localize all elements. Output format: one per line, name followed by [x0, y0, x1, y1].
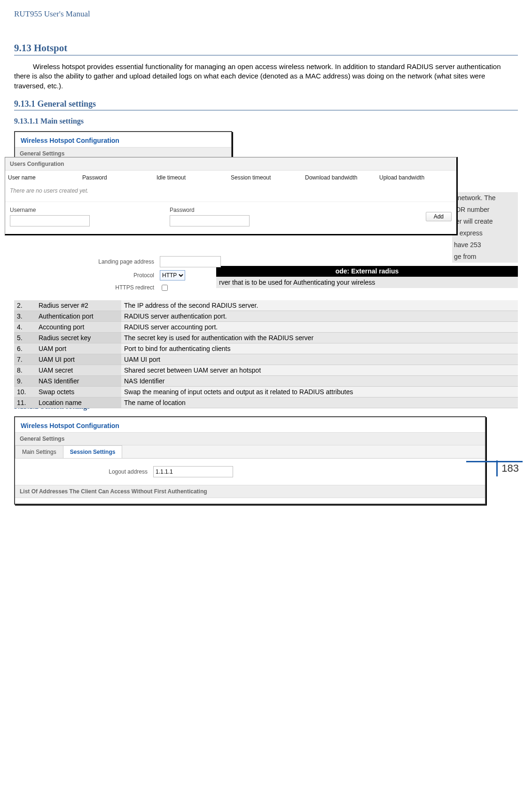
- panel2-sub: General Settings: [15, 432, 485, 445]
- landing-address-input[interactable]: [160, 256, 221, 267]
- landing-address-label: Landing page address: [23, 258, 160, 265]
- add-password-label: Password: [170, 207, 311, 213]
- bg-frag-1: t network. The: [452, 192, 518, 204]
- col-username: User name: [8, 174, 82, 181]
- page-number: 183: [496, 460, 523, 476]
- users-config-header: Users Configuration: [5, 157, 456, 171]
- bg-frag-4: e express: [452, 227, 518, 239]
- tab-session-settings[interactable]: Session Settings: [63, 445, 123, 458]
- protocol-select[interactable]: HTTP: [160, 270, 185, 280]
- client-access-list-header: List Of Addresses The Client Can Access …: [15, 485, 485, 498]
- add-username-label: Username: [10, 207, 151, 213]
- table-row: 6.UAM portPort to bind for authenticatin…: [14, 343, 518, 354]
- bg-frag-3: ter will create: [452, 216, 518, 227]
- logout-address-label: Logout address: [21, 468, 153, 475]
- users-empty-note: There are no users created yet.: [5, 185, 456, 202]
- add-password-input[interactable]: [170, 215, 250, 226]
- table-row: 9.NAS IdentifierNAS Identifier: [14, 375, 518, 386]
- users-table-header: User name Password Idle timeout Session …: [5, 171, 456, 185]
- https-redirect-label: HTTPS redirect: [23, 284, 160, 291]
- table-row: 5.Radius secret keyThe secret key is use…: [14, 332, 518, 343]
- bg-frag-5: have 253: [452, 239, 518, 251]
- panel1-title: Wireless Hotspot Configuration: [15, 132, 231, 147]
- table-row: 10.Swap octetsSwap the meaning of input …: [14, 386, 518, 397]
- table-row: 8.UAM secretShared secret between UAM se…: [14, 365, 518, 375]
- section-9-13: 9.13 Hotspot: [14, 42, 518, 55]
- mode-external-frag: rver that is to be used for Authenticati…: [216, 277, 518, 288]
- https-redirect-checkbox[interactable]: [162, 285, 168, 291]
- logout-address-input[interactable]: [153, 466, 233, 477]
- section-9-13-1: 9.13.1 General settings: [14, 99, 518, 110]
- section-9-13-1-1: 9.13.1.1 Main settings: [14, 117, 518, 125]
- col-upload: Upload bandwidth: [379, 174, 454, 181]
- table-row: 2.Radius server #2The IP address of the …: [14, 300, 518, 311]
- col-download: Download bandwidth: [305, 174, 379, 181]
- tab-main-settings[interactable]: Main Settings: [15, 445, 63, 458]
- bg-frag-2: IDR number: [452, 204, 518, 216]
- table-row: 7.UAM UI portUAM UI port: [14, 354, 518, 365]
- add-username-input[interactable]: [10, 215, 90, 226]
- bg-frag-6: ge from: [452, 251, 518, 263]
- table-row: 3.Authentication portRADIUS server authe…: [14, 311, 518, 321]
- col-password: Password: [82, 174, 156, 181]
- manual-title: RUT955 User's Manual: [14, 9, 518, 19]
- table-row: 11.Location nameThe name of location: [14, 397, 518, 408]
- table-row: 4.Accounting portRADIUS server accountin…: [14, 321, 518, 332]
- col-session: Session timeout: [231, 174, 305, 181]
- col-idle: Idle timeout: [156, 174, 231, 181]
- protocol-label: Protocol: [23, 272, 160, 279]
- add-user-button[interactable]: Add: [426, 212, 452, 221]
- intro-paragraph: Wireless hotspot provides essential func…: [14, 62, 518, 91]
- panel2-title: Wireless Hotspot Configuration: [15, 417, 485, 432]
